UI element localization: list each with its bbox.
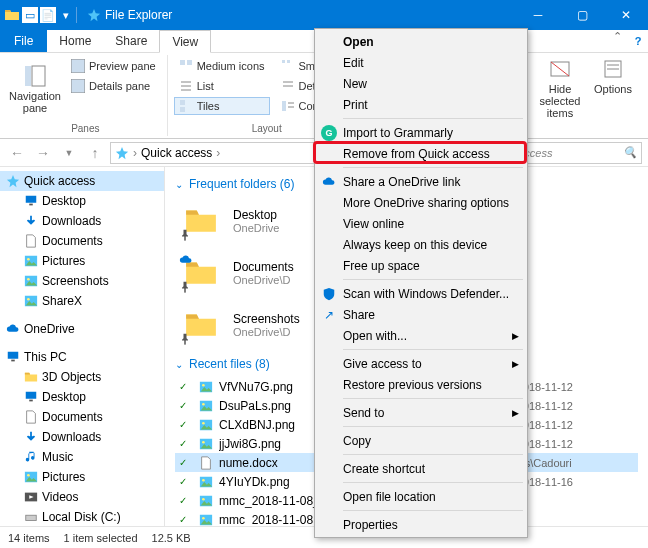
help-button[interactable]: ?: [628, 30, 648, 52]
nav-desktop[interactable]: Desktop: [0, 387, 164, 407]
menu-edit[interactable]: Edit: [317, 52, 525, 73]
svg-rect-13: [187, 60, 192, 65]
maximize-button[interactable]: ▢: [560, 0, 604, 30]
svg-rect-8: [25, 66, 31, 86]
layout-tiles[interactable]: Tiles: [174, 97, 270, 115]
nav-local-disk-c-[interactable]: Local Disk (C:): [0, 507, 164, 526]
menu-share-a-onedrive-link[interactable]: Share a OneDrive link: [317, 171, 525, 192]
menu-properties[interactable]: Properties: [317, 514, 525, 535]
grammarly-icon: G: [321, 125, 337, 141]
qat-props-icon[interactable]: ▭: [22, 7, 38, 23]
qat-dropdown[interactable]: ▾: [58, 7, 74, 23]
menu-create-shortcut[interactable]: Create shortcut: [317, 458, 525, 479]
menu-remove-from-quick-access[interactable]: Remove from Quick access: [317, 143, 525, 164]
layout-list[interactable]: List: [174, 77, 270, 95]
svg-rect-18: [282, 101, 286, 111]
sync-icon: ✓: [179, 457, 193, 468]
navigation-pane: Quick accessDesktopDownloadsDocumentsPic…: [0, 167, 165, 526]
nav-onedrive[interactable]: OneDrive: [0, 319, 164, 339]
share-icon: ↗: [321, 307, 337, 323]
svg-rect-12: [180, 60, 185, 65]
minimize-button[interactable]: ─: [516, 0, 560, 30]
nav-quick-access[interactable]: Quick access: [0, 171, 164, 191]
svg-rect-16: [282, 60, 285, 63]
menu-restore-previous-versions[interactable]: Restore previous versions: [317, 374, 525, 395]
nav-documents[interactable]: Documents: [0, 231, 164, 251]
svg-rect-9: [32, 66, 45, 86]
nav-screenshots[interactable]: Screenshots: [0, 271, 164, 291]
sync-icon: ✓: [179, 381, 193, 392]
svg-rect-17: [287, 60, 290, 63]
menu-open[interactable]: Open: [317, 31, 525, 52]
nav-back[interactable]: ←: [6, 142, 28, 164]
view-tab[interactable]: View: [159, 30, 211, 53]
titlebar: ▭ 📄 ▾ File Explorer ─ ▢ ✕: [0, 0, 648, 30]
nav-sharex[interactable]: ShareX: [0, 291, 164, 311]
nav-3d-objects[interactable]: 3D Objects: [0, 367, 164, 387]
menu-share[interactable]: ↗Share: [317, 304, 525, 325]
menu-view-online[interactable]: View online: [317, 213, 525, 234]
menu-open-with-[interactable]: Open with...▶: [317, 325, 525, 346]
menu-always-keep-on-this-device[interactable]: Always keep on this device: [317, 234, 525, 255]
file-tab[interactable]: File: [0, 30, 47, 52]
menu-import-to-grammarly[interactable]: GImport to Grammarly: [317, 122, 525, 143]
shield-icon: [321, 286, 337, 302]
svg-rect-11: [71, 79, 85, 93]
nav-videos[interactable]: Videos: [0, 487, 164, 507]
sync-icon: ✓: [179, 419, 193, 430]
sync-icon: ✓: [179, 514, 193, 525]
nav-documents[interactable]: Documents: [0, 407, 164, 427]
details-pane-button[interactable]: Details pane: [66, 77, 161, 95]
nav-downloads[interactable]: Downloads: [0, 211, 164, 231]
menu-scan-with-windows-defender-[interactable]: Scan with Windows Defender...: [317, 283, 525, 304]
qat-explorer-icon: [4, 7, 20, 23]
nav-pictures[interactable]: Pictures: [0, 467, 164, 487]
options-button[interactable]: Options: [588, 57, 638, 95]
menu-give-access-to[interactable]: Give access to▶: [317, 353, 525, 374]
sync-icon: ✓: [179, 495, 193, 506]
status-selection: 1 item selected: [64, 532, 138, 544]
nav-music[interactable]: Music: [0, 447, 164, 467]
nav-desktop[interactable]: Desktop: [0, 191, 164, 211]
status-item-count: 14 items: [8, 532, 50, 544]
menu-new[interactable]: New: [317, 73, 525, 94]
menu-send-to[interactable]: Send to▶: [317, 402, 525, 423]
nav-this-pc[interactable]: This PC: [0, 347, 164, 367]
window-title: File Explorer: [81, 8, 516, 22]
cloud-icon: [321, 174, 337, 190]
navigation-pane-button[interactable]: Navigation pane: [10, 57, 60, 121]
close-button[interactable]: ✕: [604, 0, 648, 30]
collapse-ribbon[interactable]: ⌃: [607, 30, 628, 52]
status-size: 12.5 KB: [152, 532, 191, 544]
menu-open-file-location[interactable]: Open file location: [317, 486, 525, 507]
nav-recent[interactable]: ▼: [58, 142, 80, 164]
menu-copy[interactable]: Copy: [317, 430, 525, 451]
home-tab[interactable]: Home: [47, 30, 103, 52]
nav-pictures[interactable]: Pictures: [0, 251, 164, 271]
context-menu: OpenEditNewPrintGImport to GrammarlyRemo…: [314, 28, 528, 538]
qat-new-icon[interactable]: 📄: [40, 7, 56, 23]
menu-print[interactable]: Print: [317, 94, 525, 115]
search-icon: 🔍: [623, 146, 637, 159]
nav-forward[interactable]: →: [32, 142, 54, 164]
nav-up[interactable]: ↑: [84, 142, 106, 164]
share-tab[interactable]: Share: [103, 30, 159, 52]
hide-selected-button[interactable]: Hide selected items: [532, 57, 588, 119]
nav-downloads[interactable]: Downloads: [0, 427, 164, 447]
sync-icon: ✓: [179, 438, 193, 449]
preview-pane-button[interactable]: Preview pane: [66, 57, 161, 75]
svg-rect-14: [180, 100, 185, 105]
svg-rect-10: [71, 59, 85, 73]
sync-icon: ✓: [179, 400, 193, 411]
svg-rect-15: [180, 107, 185, 112]
layout-medium[interactable]: Medium icons: [174, 57, 270, 75]
menu-more-onedrive-sharing-options[interactable]: More OneDrive sharing options: [317, 192, 525, 213]
menu-free-up-space[interactable]: Free up space: [317, 255, 525, 276]
sync-icon: ✓: [179, 476, 193, 487]
